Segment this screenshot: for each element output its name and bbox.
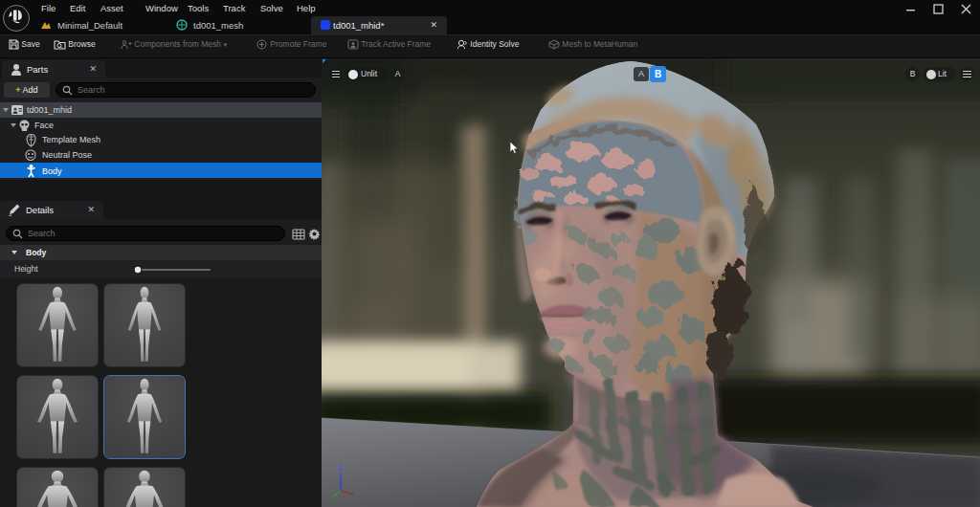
svg-text:Z: Z — [338, 464, 343, 473]
